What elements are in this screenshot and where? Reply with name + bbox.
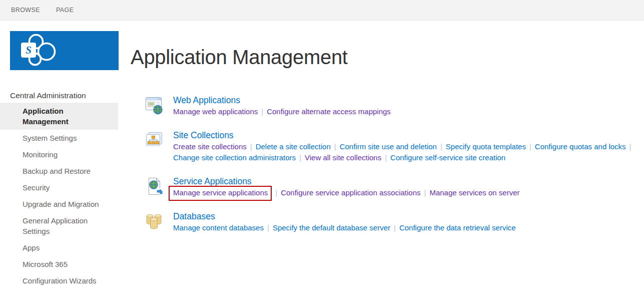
section-title-databases[interactable]: Databases xyxy=(173,210,516,222)
sidebar-item-backup-and-restore[interactable]: Backup and Restore xyxy=(0,163,118,179)
link-manage-service-applications[interactable]: Manage service applications xyxy=(173,188,268,197)
section-databases: Databases Manage content databases|Speci… xyxy=(144,210,644,233)
link-change-site-collection-administrators[interactable]: Change site collection administrators xyxy=(173,153,296,162)
web-applications-icon xyxy=(144,95,164,115)
link-configure-alternate-access-mappings[interactable]: Configure alternate access mappings xyxy=(267,107,391,116)
main-content: Web Applications Manage web applications… xyxy=(144,94,644,245)
link-row: Create site collections|Delete a site co… xyxy=(173,141,635,152)
sidebar-item-system-settings[interactable]: System Settings xyxy=(0,130,118,146)
link-separator: | xyxy=(629,142,631,151)
site-collections-icon xyxy=(144,130,164,150)
link-specify-quota-templates[interactable]: Specify quota templates xyxy=(446,142,526,151)
link-configure-self-service-site-creation[interactable]: Configure self-service site creation xyxy=(390,153,505,162)
link-separator: | xyxy=(334,142,336,151)
section-body: Web Applications Manage web applications… xyxy=(173,94,391,117)
link-manage-services-on-server[interactable]: Manage services on server xyxy=(429,188,519,197)
link-separator: | xyxy=(529,142,531,151)
sidebar-item-microsoft-365[interactable]: Microsoft 365 xyxy=(0,256,118,272)
link-delete-a-site-collection[interactable]: Delete a site collection xyxy=(256,142,331,151)
link-manage-content-databases[interactable]: Manage content databases xyxy=(173,223,264,232)
tab-browse[interactable]: BROWSE xyxy=(11,7,40,14)
section-title-site-collections[interactable]: Site Collections xyxy=(173,129,635,141)
sidebar-item-upgrade-and-migration[interactable]: Upgrade and Migration xyxy=(0,196,118,212)
link-specify-the-default-database-server[interactable]: Specify the default database server xyxy=(273,223,390,232)
link-separator: | xyxy=(250,142,252,151)
sharepoint-logo[interactable]: S xyxy=(10,31,119,70)
link-view-all-site-collections[interactable]: View all site collections xyxy=(305,153,381,162)
sidebar-nav: Central Administration Application Manag… xyxy=(0,90,118,289)
sidebar-item-monitoring[interactable]: Monitoring xyxy=(0,146,118,163)
section-body: Site Collections Create site collections… xyxy=(173,129,635,163)
section-body: Databases Manage content databases|Speci… xyxy=(173,210,516,233)
link-separator: | xyxy=(275,188,277,197)
link-separator: | xyxy=(424,188,426,197)
link-create-site-collections[interactable]: Create site collections xyxy=(173,142,247,151)
link-separator: | xyxy=(261,107,263,116)
section-body: Service Applications Manage service appl… xyxy=(173,175,520,198)
link-row: Manage web applications|Configure altern… xyxy=(173,106,391,117)
sidebar-item-central-administration[interactable]: Central Administration xyxy=(0,90,118,101)
highlight-box: Manage service applications xyxy=(169,186,272,201)
sidebar-list: Application Management System Settings M… xyxy=(0,103,118,289)
sidebar-item-apps[interactable]: Apps xyxy=(0,239,118,256)
link-configure-quotas-and-locks[interactable]: Configure quotas and locks xyxy=(535,142,626,151)
section-site-collections: Site Collections Create site collections… xyxy=(144,129,644,163)
tab-page[interactable]: PAGE xyxy=(56,7,74,14)
sidebar-item-security[interactable]: Security xyxy=(0,179,118,196)
link-manage-web-applications[interactable]: Manage web applications xyxy=(173,107,258,116)
link-row: Change site collection administrators|Vi… xyxy=(173,152,635,163)
sidebar-item-configuration-wizards[interactable]: Configuration Wizards xyxy=(0,272,118,289)
link-confirm-site-use-and-deletion[interactable]: Confirm site use and deletion xyxy=(340,142,437,151)
ribbon-tab-bar: BROWSE PAGE xyxy=(0,0,644,21)
link-separator: | xyxy=(385,153,387,162)
link-separator: | xyxy=(299,153,301,162)
link-separator: | xyxy=(267,223,269,232)
section-web-applications: Web Applications Manage web applications… xyxy=(144,94,644,117)
service-applications-icon xyxy=(144,176,164,196)
link-separator: | xyxy=(440,142,442,151)
sharepoint-logo-icon: S xyxy=(10,31,119,70)
link-row: Manage content databases|Specify the def… xyxy=(173,222,516,233)
sidebar-item-application-management[interactable]: Application Management xyxy=(0,103,118,130)
link-row: Manage service applications|Configure se… xyxy=(173,187,520,198)
section-title-web-applications[interactable]: Web Applications xyxy=(173,94,391,106)
link-separator: | xyxy=(394,223,396,232)
svg-text:S: S xyxy=(26,44,32,56)
sidebar-item-general-application-settings[interactable]: General Application Settings xyxy=(0,212,118,239)
link-configure-service-application-associations[interactable]: Configure service application associatio… xyxy=(281,188,420,197)
page-title: Application Management xyxy=(131,46,348,69)
section-service-applications: Service Applications Manage service appl… xyxy=(144,175,644,198)
databases-icon xyxy=(144,211,164,231)
central-admin-page: BROWSE PAGE S Application Management Cen… xyxy=(0,0,644,293)
link-configure-the-data-retrieval-service[interactable]: Configure the data retrieval service xyxy=(399,223,516,232)
